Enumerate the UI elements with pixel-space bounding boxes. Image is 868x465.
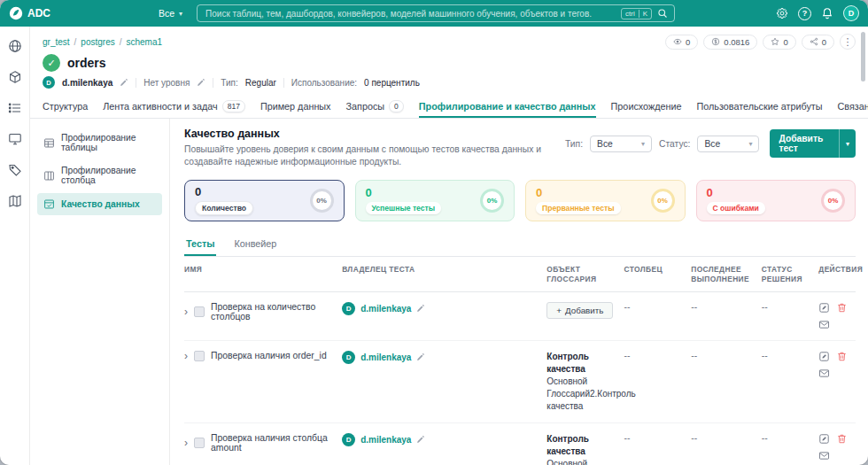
tasks-list-icon[interactable]	[8, 101, 22, 115]
last-run-value: --	[691, 302, 762, 312]
owner-avatar: D	[43, 76, 55, 89]
quality-description: Повышайте уровень доверия к своим данным…	[184, 143, 565, 169]
edit-owner-pencil-icon[interactable]	[416, 304, 425, 313]
add-test-button[interactable]: Добавить тест ▾	[770, 129, 856, 158]
search-scope-select[interactable]: Все ▾	[151, 5, 190, 21]
user-avatar[interactable]: D	[843, 5, 859, 21]
subnav-item-data-quality[interactable]: Качество данных	[37, 193, 162, 215]
insights-monitor-icon[interactable]	[8, 132, 22, 146]
tags-icon[interactable]	[8, 163, 22, 177]
resolution-value: --	[762, 302, 818, 312]
workspace: Профилирование таблицы Профилирование ст…	[30, 119, 868, 465]
test-owner-name[interactable]: d.milenkaya	[360, 435, 411, 445]
meta-divider	[136, 78, 136, 88]
cost-chip[interactable]: 0.0816	[703, 35, 757, 50]
app-logo[interactable]: ADC	[9, 6, 50, 20]
search-scope-value: Все	[159, 8, 174, 19]
row-checkbox[interactable]	[194, 306, 205, 317]
tab-tests[interactable]: Тесты	[184, 233, 216, 256]
share-chip[interactable]: 0	[802, 35, 834, 50]
tab-activity-feed[interactable]: Лента активности и задач817	[103, 96, 245, 118]
global-search[interactable]: ctrl K	[197, 4, 675, 22]
domains-map-icon[interactable]	[8, 194, 22, 208]
search-input[interactable]	[204, 8, 616, 19]
shortcut-divider	[639, 10, 639, 18]
type-value: Regular	[245, 78, 276, 88]
explore-globe-icon[interactable]	[8, 39, 22, 53]
tab-custom-attributes[interactable]: Пользовательские атрибуты	[697, 96, 823, 118]
edit-test-icon[interactable]	[818, 302, 830, 314]
stat-card-failed[interactable]: 0С ошибками 0%	[696, 180, 856, 221]
expand-chevron-icon[interactable]: ›	[184, 438, 188, 448]
stat-total-percent: 0%	[310, 189, 334, 213]
test-owner-avatar: D	[342, 433, 355, 446]
delete-test-trash-icon[interactable]	[836, 302, 848, 314]
tab-related-objects[interactable]: Связанные объекты	[838, 96, 868, 118]
add-test-dropdown-chevron-icon[interactable]: ▾	[839, 129, 856, 158]
glossary-term-link[interactable]: Контроль качества	[546, 351, 615, 376]
test-name[interactable]: Проверка на количество столбцов	[211, 302, 335, 322]
add-glossary-button[interactable]: + Добавить	[546, 302, 613, 319]
stat-card-aborted[interactable]: 0Прерванные тесты 0%	[525, 180, 686, 221]
col-header-owner: ВЛАДЕЛЕЦ ТЕСТА	[342, 265, 546, 285]
breadcrumb-item-service[interactable]: postgres	[81, 37, 114, 47]
help-icon[interactable]: ?	[798, 7, 811, 20]
row-checkbox[interactable]	[194, 438, 205, 448]
tab-queries[interactable]: Запросы0	[346, 96, 404, 118]
edit-test-icon[interactable]	[818, 351, 830, 362]
expand-chevron-icon[interactable]: ›	[184, 306, 188, 317]
test-owner-name[interactable]: d.milenkaya	[360, 353, 411, 362]
table-row: › Проверка наличия столбца amount D d.mi…	[184, 423, 856, 465]
expand-chevron-icon[interactable]: ›	[184, 351, 188, 361]
star-icon	[771, 37, 779, 46]
tab-pipeline[interactable]: Конвейер	[232, 233, 278, 256]
notifications-bell-icon[interactable]	[821, 7, 833, 19]
breadcrumb-separator: /	[120, 37, 122, 47]
more-actions-kebab-icon[interactable]: ⋮	[840, 34, 856, 50]
tab-lineage[interactable]: Происхождение	[611, 96, 682, 118]
type-filter-label: Тип:	[565, 139, 583, 149]
stat-failed-value: 0	[707, 187, 765, 198]
edit-owner-pencil-icon[interactable]	[416, 435, 425, 444]
edit-test-icon[interactable]	[818, 433, 830, 445]
vertical-scrollbar-thumb[interactable]	[861, 32, 865, 81]
tab-queries-badge: 0	[389, 100, 404, 112]
search-icon[interactable]	[657, 8, 668, 19]
tab-sample-data[interactable]: Пример данных	[260, 96, 331, 118]
breadcrumb-item-database[interactable]: gr_test	[43, 37, 70, 47]
tier-label[interactable]: Нет уровня	[143, 78, 190, 88]
column-value: --	[624, 351, 691, 360]
edit-owner-pencil-icon[interactable]	[416, 353, 425, 361]
owner-name[interactable]: d.milenkaya	[62, 78, 112, 88]
notify-mail-icon[interactable]	[818, 319, 830, 330]
stat-card-total[interactable]: 0Количество 0%	[184, 180, 345, 221]
breadcrumb-item-schema[interactable]: schema1	[127, 37, 163, 47]
test-name[interactable]: Проверка наличия столбца amount	[211, 433, 335, 453]
logo-icon	[9, 6, 23, 20]
stars-chip[interactable]: 0	[763, 35, 795, 50]
stat-card-success[interactable]: 0Успешные тесты 0%	[355, 180, 515, 221]
test-name[interactable]: Проверка наличия order_id	[211, 351, 327, 360]
watchers-chip[interactable]: 0	[665, 35, 698, 50]
notify-mail-icon[interactable]	[818, 450, 830, 461]
settings-gear-icon[interactable]	[776, 7, 788, 19]
entity-meta-row: D d.milenkaya Нет уровня Тип: Regular Ис…	[30, 72, 868, 96]
subnav-item-table-profiling[interactable]: Профилирование таблицы	[37, 128, 162, 158]
type-filter-select[interactable]: Все ▾	[590, 136, 652, 152]
subnav-item-column-profiling[interactable]: Профилирование столбца	[37, 160, 162, 190]
tab-profiling-quality[interactable]: Профилирование и качество данных	[419, 96, 596, 118]
delete-test-trash-icon[interactable]	[836, 433, 848, 445]
test-owner-name[interactable]: d.milenkaya	[360, 304, 411, 314]
row-checkbox[interactable]	[194, 351, 205, 361]
status-filter-select[interactable]: Все ▾	[697, 136, 759, 152]
last-run-value: --	[691, 351, 762, 360]
quality-stat-cards: 0Количество 0% 0Успешные тесты 0% 0Прерв…	[184, 180, 856, 221]
tab-structure[interactable]: Структура	[43, 96, 88, 118]
glossary-term-link[interactable]: Контроль качества	[546, 433, 615, 458]
assets-cube-icon[interactable]	[8, 70, 22, 84]
edit-owner-pencil-icon[interactable]	[120, 78, 128, 87]
edit-tier-pencil-icon[interactable]	[197, 78, 205, 87]
notify-mail-icon[interactable]	[818, 368, 830, 379]
delete-test-trash-icon[interactable]	[836, 351, 848, 362]
app-window: ADC Все ▾ ctrl K ? D	[0, 0, 868, 465]
